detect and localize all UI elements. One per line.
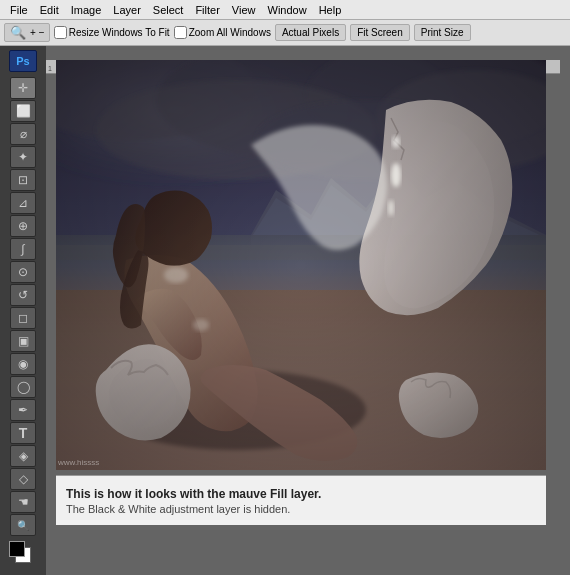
tool-pen[interactable]: ✒ xyxy=(10,399,36,421)
tool-magic-wand[interactable]: ✦ xyxy=(10,146,36,168)
menu-edit[interactable]: Edit xyxy=(34,2,65,18)
fg-color-swatch[interactable] xyxy=(9,541,25,557)
zoom-all-checkbox[interactable]: Zoom All Windows xyxy=(174,26,271,39)
tool-text[interactable]: T xyxy=(10,422,36,444)
zoom-out-minus[interactable]: − xyxy=(38,27,46,38)
options-bar: 🔍 + − Resize Windows To Fit Zoom All Win… xyxy=(0,20,570,46)
tool-eyedropper[interactable]: ⊿ xyxy=(10,192,36,214)
tool-zoom[interactable]: 🔍 xyxy=(10,514,36,536)
tool-select-rect[interactable]: ⬜ xyxy=(10,100,36,122)
menu-window[interactable]: Window xyxy=(262,2,313,18)
menu-select[interactable]: Select xyxy=(147,2,190,18)
ps-logo: Ps xyxy=(9,50,37,72)
canvas-image[interactable]: 1 2 3 4 5 6 7 8 9 10 11 12 13 14 15 16 xyxy=(56,60,546,525)
fit-screen-btn[interactable]: Fit Screen xyxy=(350,24,410,41)
status-bar: This is how it looks with the mauve Fill… xyxy=(56,475,546,525)
tool-history[interactable]: ↺ xyxy=(10,284,36,306)
tool-move[interactable]: ✛ xyxy=(10,77,36,99)
menu-help[interactable]: Help xyxy=(313,2,348,18)
menu-file[interactable]: File xyxy=(4,2,34,18)
status-main-text: This is how it looks with the mauve Fill… xyxy=(66,487,536,501)
workspace: Ps ✛ ⬜ ⌀ ✦ ⊡ ⊿ ⊕ ∫ ⊙ ↺ ◻ ▣ ◉ ◯ ✒ T ◈ ◇ ☚… xyxy=(0,46,570,575)
tool-clone[interactable]: ⊙ xyxy=(10,261,36,283)
svg-text:1: 1 xyxy=(48,65,52,72)
resize-windows-checkbox[interactable]: Resize Windows To Fit xyxy=(54,26,170,39)
menu-image[interactable]: Image xyxy=(65,2,108,18)
tool-dodge[interactable]: ◯ xyxy=(10,376,36,398)
menu-layer[interactable]: Layer xyxy=(107,2,147,18)
canvas-area: 1 2 3 4 5 6 7 8 9 10 11 12 13 14 15 16 xyxy=(46,60,560,575)
zoom-in-btn[interactable]: 🔍 xyxy=(8,25,28,40)
print-size-btn[interactable]: Print Size xyxy=(414,24,471,41)
status-sub-text: The Black & White adjustment layer is hi… xyxy=(66,503,536,515)
tool-crop[interactable]: ⊡ xyxy=(10,169,36,191)
zoom-controls[interactable]: 🔍 + − xyxy=(4,23,50,42)
tool-hand[interactable]: ☚ xyxy=(10,491,36,513)
tool-brush[interactable]: ∫ xyxy=(10,238,36,260)
resize-windows-label: Resize Windows To Fit xyxy=(69,27,170,38)
menu-view[interactable]: View xyxy=(226,2,262,18)
tool-path[interactable]: ◈ xyxy=(10,445,36,467)
svg-rect-115 xyxy=(56,60,546,470)
tool-shape[interactable]: ◇ xyxy=(10,468,36,490)
color-swatches[interactable] xyxy=(9,541,37,569)
photo-svg: www.hissss xyxy=(56,60,546,470)
svg-point-116 xyxy=(391,163,401,187)
svg-text:www.hissss: www.hissss xyxy=(57,458,99,467)
tool-eraser[interactable]: ◻ xyxy=(10,307,36,329)
tool-blur[interactable]: ◉ xyxy=(10,353,36,375)
menubar: File Edit Image Layer Select Filter View… xyxy=(0,0,570,20)
tool-lasso[interactable]: ⌀ xyxy=(10,123,36,145)
toolbox: Ps ✛ ⬜ ⌀ ✦ ⊡ ⊿ ⊕ ∫ ⊙ ↺ ◻ ▣ ◉ ◯ ✒ T ◈ ◇ ☚… xyxy=(0,46,46,575)
menu-filter[interactable]: Filter xyxy=(189,2,225,18)
actual-pixels-btn[interactable]: Actual Pixels xyxy=(275,24,346,41)
zoom-all-label: Zoom All Windows xyxy=(189,27,271,38)
svg-point-117 xyxy=(388,200,394,216)
tool-heal[interactable]: ⊕ xyxy=(10,215,36,237)
tool-gradient[interactable]: ▣ xyxy=(10,330,36,352)
resize-windows-input[interactable] xyxy=(54,26,67,39)
zoom-in-plus[interactable]: + xyxy=(29,27,37,38)
zoom-all-input[interactable] xyxy=(174,26,187,39)
svg-point-118 xyxy=(392,136,400,148)
